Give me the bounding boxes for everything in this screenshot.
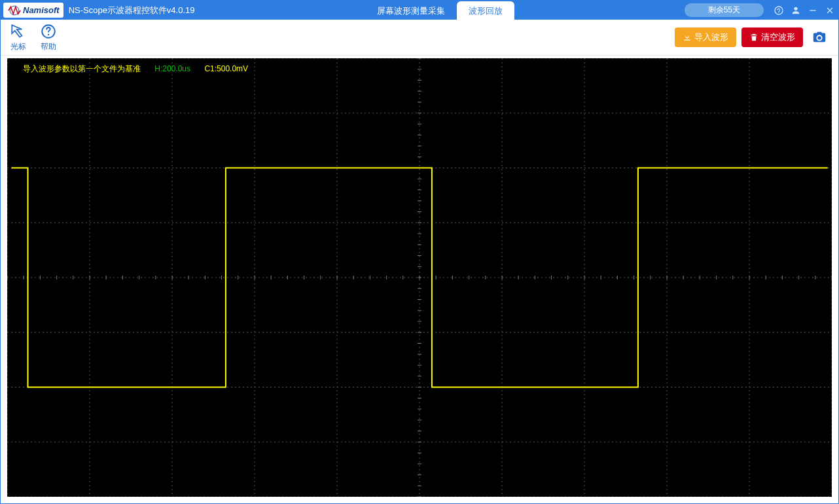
cursor-tool[interactable]: 光标: [10, 23, 27, 52]
scope-message: 导入波形参数以第一个文件为基准: [23, 64, 141, 73]
scope-horizontal-scale: H:200.0us: [154, 64, 190, 73]
titlebar: Namisoft NS-Scope示波器程控软件v4.0.19 屏幕波形测量采集…: [1, 1, 838, 20]
svg-point-3: [48, 33, 49, 35]
import-waveform-button[interactable]: 导入波形: [675, 27, 736, 47]
camera-icon: [812, 30, 827, 45]
logo-text: Namisoft: [23, 5, 60, 15]
app-title: NS-Scope示波器程控软件v4.0.19: [69, 5, 195, 16]
license-status-pill[interactable]: 剩余55天: [685, 3, 764, 17]
cursor-icon: [10, 23, 27, 40]
help-icon[interactable]: [770, 1, 787, 20]
close-icon[interactable]: [821, 1, 838, 20]
scope-container: 导入波形参数以第一个文件为基准 H:200.0us C1:500.0mV: [1, 56, 838, 503]
svg-rect-1: [810, 10, 815, 10]
tab-waveform-playback[interactable]: 波形回放: [457, 1, 514, 20]
download-icon: [683, 33, 692, 42]
cursor-label: 光标: [10, 41, 26, 52]
tabs: 屏幕波形测量采集 波形回放: [195, 1, 685, 20]
tab-screen-capture[interactable]: 屏幕波形测量采集: [365, 1, 457, 20]
app-window: Namisoft NS-Scope示波器程控软件v4.0.19 屏幕波形测量采集…: [0, 0, 839, 504]
help-tool[interactable]: 帮助: [40, 23, 57, 52]
user-icon[interactable]: [787, 1, 804, 20]
clear-waveform-button[interactable]: 清空波形: [741, 27, 803, 47]
clear-label: 清空波形: [761, 31, 795, 43]
scope-channel1-scale: C1:500.0mV: [204, 64, 248, 73]
screenshot-button[interactable]: [810, 27, 829, 47]
scope-canvas: [7, 58, 832, 497]
help-label: 帮助: [41, 41, 56, 52]
help-tool-icon: [40, 23, 57, 40]
toolbar: 光标 帮助 导入波形 清空波形: [1, 20, 838, 56]
trash-icon: [749, 33, 759, 42]
import-label: 导入波形: [694, 31, 728, 43]
logo-wave-icon: [7, 5, 22, 16]
scope-info-bar: 导入波形参数以第一个文件为基准 H:200.0us C1:500.0mV: [23, 63, 248, 75]
logo: Namisoft: [3, 3, 63, 18]
minimize-icon[interactable]: [804, 1, 821, 20]
oscilloscope-display[interactable]: 导入波形参数以第一个文件为基准 H:200.0us C1:500.0mV: [7, 58, 832, 497]
